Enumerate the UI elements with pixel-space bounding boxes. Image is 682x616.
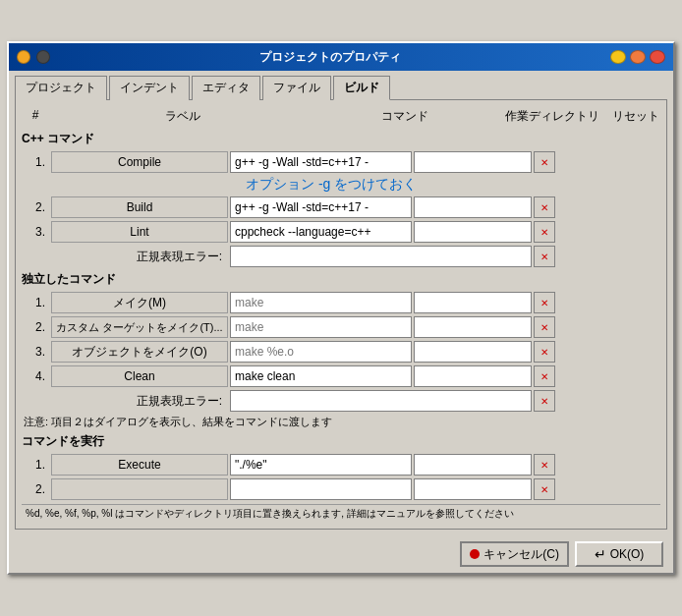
standalone-row-3-cmd-cell	[230, 341, 412, 363]
cpp-row-1-num: 1.	[22, 155, 49, 169]
annotation-text: オプション -g をつけておく	[246, 176, 660, 194]
cpp-row-2-label-input[interactable]	[51, 196, 228, 218]
cpp-regex-delete-btn[interactable]: ✕	[534, 246, 555, 267]
standalone-section-title: 独立したコマンド	[22, 271, 660, 288]
cpp-row-1: 1. ✕	[22, 151, 660, 173]
standalone-row-2-delete-btn[interactable]: ✕	[534, 316, 555, 338]
standalone-row-3-label-cell	[51, 341, 228, 363]
execute-row-1-cmd-cell	[230, 454, 412, 476]
col-num: #	[22, 108, 49, 125]
col-label: ラベル	[49, 108, 316, 125]
col-workdir: 作業ディレクトリ	[493, 108, 611, 125]
window-title: プロジェクトのプロパティ	[50, 49, 610, 66]
standalone-row-1-cmd-input[interactable]	[230, 292, 412, 313]
standalone-row-4-cmd-cell	[230, 365, 412, 387]
cpp-row-2: 2. ✕	[22, 196, 660, 218]
standalone-row-2: 2. ✕	[22, 316, 660, 338]
standalone-row-1: 1. ✕	[22, 292, 660, 313]
ok-button[interactable]: ↵ OK(O)	[575, 541, 663, 567]
standalone-row-3-num: 3.	[22, 345, 49, 359]
standalone-row-4-delete-btn[interactable]: ✕	[534, 365, 555, 387]
execute-row-1-cmd-input[interactable]	[230, 454, 412, 476]
cpp-regex-input-cell	[230, 246, 532, 267]
standalone-row-4-label-input[interactable]	[51, 365, 228, 387]
title-bar-left	[17, 50, 50, 64]
standalone-regex-input-cell	[230, 390, 532, 412]
standalone-row-4: 4. ✕	[22, 365, 660, 387]
cancel-icon	[470, 549, 480, 559]
standalone-row-2-label-cell	[51, 316, 228, 338]
cpp-row-3-delete-btn[interactable]: ✕	[534, 221, 555, 243]
footer-note: %d, %e, %f, %p, %l はコマンドやディレクトリ項目に置き換えられ…	[22, 504, 660, 523]
execute-row-2-cmd-input[interactable]	[230, 478, 412, 500]
cpp-row-1-dir-cell	[414, 151, 532, 173]
execute-row-2-dir-input[interactable]	[414, 478, 532, 500]
tab-indent[interactable]: インデント	[109, 76, 190, 100]
standalone-row-3-dir-input[interactable]	[414, 341, 532, 363]
standalone-row-1-dir-input[interactable]	[414, 292, 532, 313]
standalone-row-3-delete-btn[interactable]: ✕	[534, 341, 555, 363]
cpp-section-title: C++ コマンド	[22, 131, 660, 147]
execute-row-1-delete-btn[interactable]: ✕	[534, 454, 555, 476]
ok-icon: ↵	[595, 546, 606, 562]
cpp-row-2-delete-btn[interactable]: ✕	[534, 196, 555, 218]
cpp-row-1-label-cell	[51, 151, 228, 173]
cancel-button[interactable]: キャンセル(C)	[460, 541, 569, 567]
execute-row-2-dir-cell	[414, 478, 532, 500]
execute-row-2-label-input[interactable]	[51, 478, 228, 500]
execute-row-2-delete-btn[interactable]: ✕	[534, 478, 555, 500]
standalone-regex-input[interactable]	[230, 390, 532, 412]
cpp-row-1-cmd-cell	[230, 151, 412, 173]
title-dot-2	[36, 50, 50, 64]
minimize-btn[interactable]	[610, 50, 626, 64]
cpp-row-3-dir-input[interactable]	[414, 221, 532, 243]
standalone-row-1-dir-cell	[414, 292, 532, 313]
cpp-row-3-label-input[interactable]	[51, 221, 228, 243]
cpp-row-3: 3. ✕	[22, 221, 660, 243]
cpp-regex-input[interactable]	[230, 246, 532, 267]
tab-file[interactable]: ファイル	[262, 76, 331, 100]
tab-editor[interactable]: エディタ	[192, 76, 260, 100]
cpp-row-1-label-input[interactable]	[51, 151, 228, 173]
standalone-row-3-cmd-input[interactable]	[230, 341, 412, 363]
cpp-row-2-cmd-cell	[230, 196, 412, 218]
execute-row-1-label-input[interactable]	[51, 454, 228, 476]
standalone-row-1-cmd-cell	[230, 292, 412, 313]
standalone-row-3-label-input[interactable]	[51, 341, 228, 363]
standalone-row-2-dir-input[interactable]	[414, 316, 532, 338]
tab-bar: プロジェクト インデント エディタ ファイル ビルド	[9, 71, 673, 99]
standalone-row-1-label-input[interactable]	[51, 292, 228, 313]
standalone-row-4-dir-input[interactable]	[414, 365, 532, 387]
maximize-btn[interactable]	[630, 50, 646, 64]
button-row: キャンセル(C) ↵ OK(O)	[9, 535, 673, 573]
standalone-regex-row: 正規表現エラー: ✕	[22, 390, 660, 412]
cpp-row-1-delete-btn[interactable]: ✕	[534, 151, 555, 173]
execute-row-2: 2. ✕	[22, 478, 660, 500]
cpp-regex-row: 正規表現エラー: ✕	[22, 246, 660, 267]
cpp-row-2-cmd-input[interactable]	[230, 196, 412, 218]
tab-content-build: # ラベル コマンド 作業ディレクトリ リセット C++ コマンド 1. ✕ オ	[15, 99, 667, 530]
cpp-row-2-dir-input[interactable]	[414, 196, 532, 218]
standalone-row-4-cmd-input[interactable]	[230, 365, 412, 387]
tab-project[interactable]: プロジェクト	[15, 76, 107, 100]
standalone-row-2-label-input[interactable]	[51, 316, 228, 338]
cpp-row-1-dir-input[interactable]	[414, 151, 532, 173]
standalone-row-1-delete-btn[interactable]: ✕	[534, 292, 555, 313]
cpp-row-2-dir-cell	[414, 196, 532, 218]
execute-row-2-num: 2.	[22, 482, 49, 496]
cpp-row-3-label-cell	[51, 221, 228, 243]
execute-row-1-dir-input[interactable]	[414, 454, 532, 476]
standalone-regex-delete-btn[interactable]: ✕	[534, 390, 555, 412]
tab-build[interactable]: ビルド	[333, 76, 390, 100]
win-controls	[610, 50, 665, 64]
main-window: プロジェクトのプロパティ プロジェクト インデント エディタ ファイル ビルド …	[7, 41, 675, 575]
standalone-row-2-num: 2.	[22, 320, 49, 334]
col-command: コマンド	[316, 108, 493, 125]
execute-row-1-label-cell	[51, 454, 228, 476]
standalone-row-2-cmd-input[interactable]	[230, 316, 412, 338]
close-btn[interactable]	[650, 50, 665, 64]
cpp-row-3-cmd-input[interactable]	[230, 221, 412, 243]
execute-row-2-cmd-cell	[230, 478, 412, 500]
cpp-row-1-cmd-input[interactable]	[230, 151, 412, 173]
standalone-row-3: 3. ✕	[22, 341, 660, 363]
